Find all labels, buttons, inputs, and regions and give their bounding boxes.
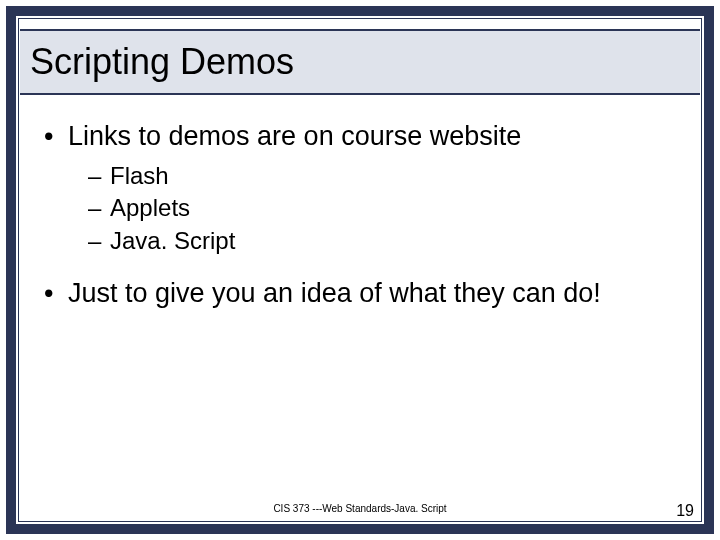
bullet-subitem: Java. Script [44,225,676,257]
title-bar: Scripting Demos [20,29,700,95]
bullet-item: Links to demos are on course website [44,120,676,154]
bullet-subitem: Flash [44,160,676,192]
slide-body: Links to demos are on course website Fla… [44,120,676,317]
bullet-item: Just to give you an idea of what they ca… [44,277,676,311]
bullet-subitem: Applets [44,192,676,224]
slide: Scripting Demos Links to demos are on co… [0,0,720,540]
spacer [44,257,676,277]
slide-title: Scripting Demos [30,41,294,83]
footer-text: CIS 373 ---Web Standards-Java. Script [0,503,720,514]
page-number: 19 [676,502,694,520]
